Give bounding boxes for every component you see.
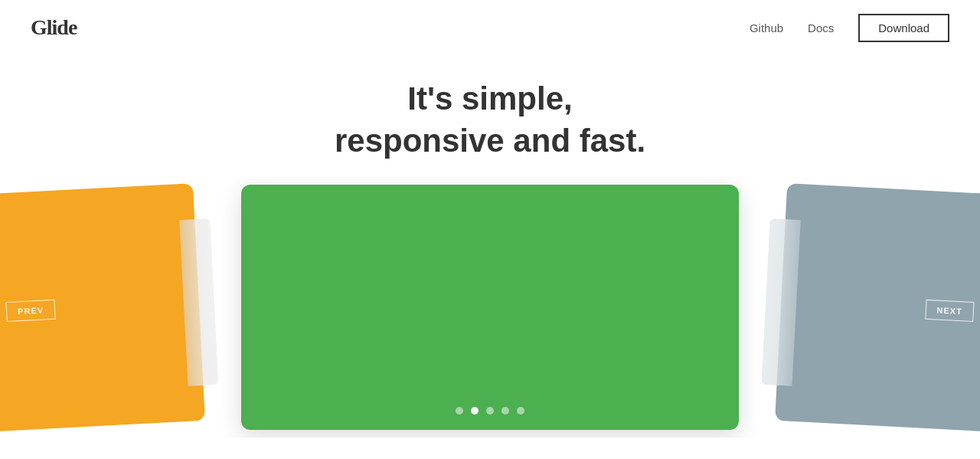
hero-title-line1: It's simple, (407, 80, 572, 116)
download-button[interactable]: Download (858, 14, 949, 42)
slide-dots (456, 407, 524, 415)
header: Glide Github Docs Download (0, 0, 980, 55)
github-link[interactable]: Github (750, 21, 783, 34)
docs-link[interactable]: Docs (808, 21, 834, 34)
logo-text: Glide (31, 15, 77, 39)
hero-title: It's simple, responsive and fast. (0, 78, 980, 162)
dot-0[interactable] (456, 407, 463, 415)
hero-section: It's simple, responsive and fast. (0, 55, 980, 177)
dot-4[interactable] (517, 407, 524, 415)
slide-next: NEXT (775, 183, 980, 433)
dot-1[interactable] (471, 407, 479, 415)
navigation: Github Docs Download (750, 14, 949, 42)
dot-3[interactable] (501, 407, 509, 415)
next-button[interactable]: NEXT (925, 300, 975, 322)
slider: PREV NEXT (0, 177, 980, 438)
logo: Glide (31, 15, 77, 40)
dot-2[interactable] (486, 407, 494, 415)
hero-title-line2: responsive and fast. (335, 123, 645, 159)
slide-active (241, 185, 739, 430)
slide-prev: PREV (0, 183, 205, 433)
prev-button[interactable]: PREV (5, 300, 55, 322)
